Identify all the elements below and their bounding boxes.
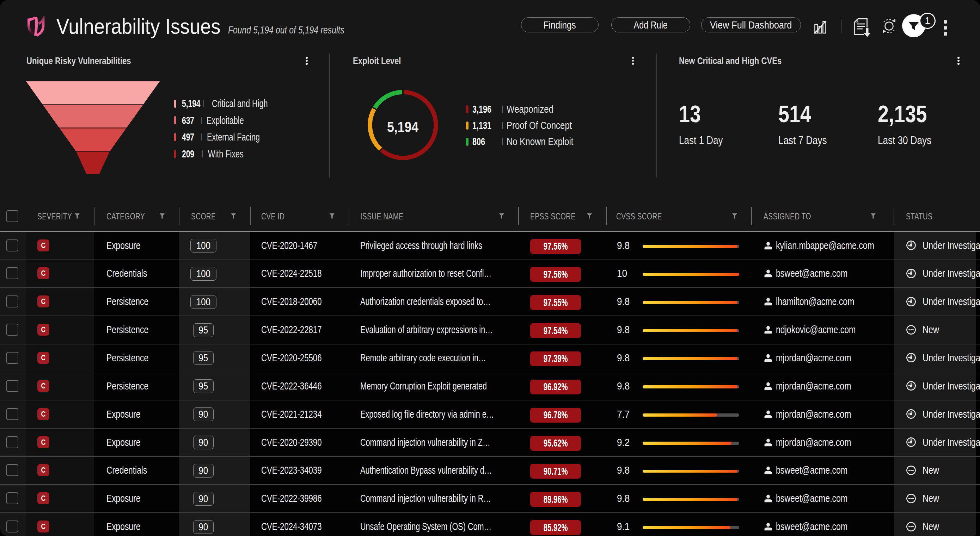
svg-text:1: 1: [925, 16, 930, 26]
